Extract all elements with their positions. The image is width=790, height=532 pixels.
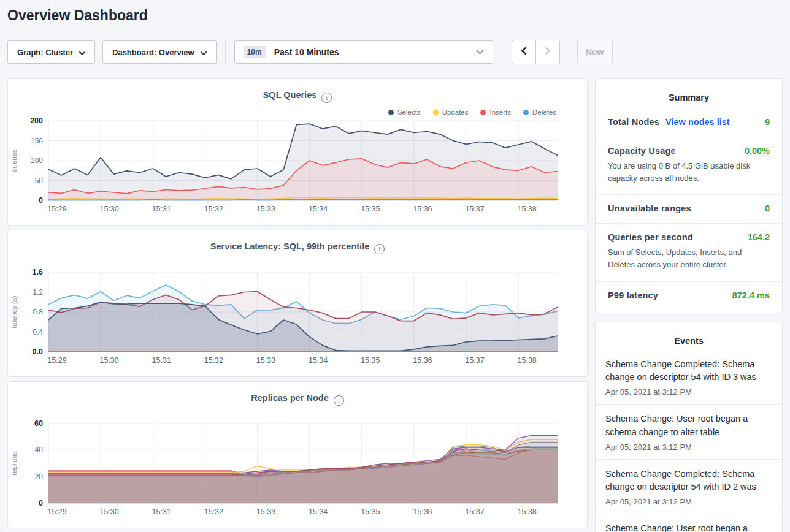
time-range-selector[interactable]: 10m Past 10 Minutes [234,40,493,64]
svg-text:15:35: 15:35 [361,356,380,365]
summary-row-p99-latency: P99 latency 872.4 ms [596,281,782,310]
chart-title: Replicas per Node [251,393,329,403]
chart-plot-sql-queries[interactable]: 05010015020015:2915:3015:3115:3215:3315:… [8,115,587,219]
time-range-label: Past 10 Minutes [274,47,339,57]
chevron-down-icon [201,48,207,57]
svg-text:15:30: 15:30 [99,205,118,213]
svg-text:0.8: 0.8 [33,308,43,316]
events-title: Events [596,322,782,351]
event-message: Schema Change: User root began a schema … [605,412,772,439]
svg-text:15:32: 15:32 [204,356,223,365]
prev-time-button[interactable] [512,40,536,64]
svg-text:15:34: 15:34 [309,507,328,516]
svg-text:15:33: 15:33 [256,356,275,365]
qps-value: 164.2 [748,232,770,242]
total-nodes-label: Total Nodes [608,117,659,127]
svg-text:15:31: 15:31 [152,507,171,516]
svg-text:1.6: 1.6 [33,268,43,276]
graph-dropdown-label: Graph: Cluster [17,48,73,57]
toolbar: Graph: Cluster Dashboard: Overview 10m P… [7,40,613,64]
chevron-left-icon [520,47,527,58]
svg-text:15:38: 15:38 [518,356,537,365]
svg-text:0.0: 0.0 [33,348,43,356]
svg-text:15:36: 15:36 [413,205,432,213]
info-icon[interactable]: i [374,244,385,254]
svg-text:15:34: 15:34 [309,356,328,365]
summary-row-total-nodes: Total Nodes View nodes list 9 [596,107,782,137]
event-message: Schema Change: User root began a schema … [605,522,772,532]
svg-text:latency (s): latency (s) [10,295,18,328]
chart-card-replicas-per-node: Replicas per Nodei 020406015:2915:3015:3… [7,381,588,528]
event-list-item[interactable]: Schema Change: User root began a schema … [596,514,782,532]
svg-text:15:31: 15:31 [152,205,171,213]
svg-text:15:35: 15:35 [361,205,380,213]
info-icon[interactable]: i [321,93,332,103]
chart-plot-service-latency[interactable]: 0.00.40.81.21.615:2915:3015:3115:3215:33… [8,266,587,370]
svg-text:15:32: 15:32 [204,507,223,516]
svg-text:15:33: 15:33 [256,205,275,213]
qps-description: Sum of Selects, Updates, Inserts, and De… [608,246,770,271]
summary-panel: Summary Total Nodes View nodes list 9 Ca… [595,78,783,313]
svg-text:200: 200 [30,116,43,125]
unavailable-ranges-label: Unavailable ranges [608,203,691,213]
next-time-button[interactable] [535,40,560,64]
chevron-right-icon [544,47,551,58]
graph-dropdown[interactable]: Graph: Cluster [7,40,95,64]
p99-latency-value: 872.4 ms [732,291,770,300]
svg-text:20: 20 [35,473,44,481]
charts-column: SQL Queriesi SelectsUpdatesInsertsDelete… [7,78,588,532]
svg-text:50: 50 [35,177,44,185]
chart-card-sql-queries: SQL Queriesi SelectsUpdatesInsertsDelete… [7,78,588,226]
total-nodes-value: 9 [765,117,770,127]
info-icon[interactable]: i [334,395,344,406]
svg-text:0: 0 [39,499,43,507]
svg-text:15:38: 15:38 [518,507,537,516]
chart-card-service-latency: Service Latency: SQL, 99th percentilei 0… [7,230,588,377]
svg-text:15:36: 15:36 [413,356,432,365]
dashboard-dropdown[interactable]: Dashboard: Overview [102,40,217,64]
event-timestamp: Apr 05, 2021 at 3:12 PM [605,443,772,452]
svg-text:15:29: 15:29 [47,205,66,213]
side-column: Summary Total Nodes View nodes list 9 Ca… [595,78,783,532]
event-list-item[interactable]: Schema Change Completed: Schema change o… [596,351,782,405]
svg-text:60: 60 [34,419,43,428]
view-nodes-list-link[interactable]: View nodes list [665,117,730,127]
svg-text:15:29: 15:29 [47,356,66,365]
svg-text:15:38: 15:38 [518,205,537,213]
svg-text:15:34: 15:34 [309,205,328,213]
chevron-down-icon [476,50,484,55]
svg-text:15:29: 15:29 [47,507,66,516]
svg-text:15:31: 15:31 [152,356,171,365]
capacity-usage-label: Capacity Usage [608,146,676,156]
now-button[interactable]: Now [577,40,613,64]
event-list-item[interactable]: Schema Change: User root began a schema … [596,404,782,459]
dashboard-dropdown-label: Dashboard: Overview [112,48,194,57]
event-message: Schema Change Completed: Schema change o… [605,358,772,385]
svg-text:0: 0 [39,196,43,205]
chevron-down-icon [79,48,85,57]
event-timestamp: Apr 05, 2021 at 3:12 PM [605,497,772,506]
summary-row-unavailable-ranges: Unavailable ranges 0 [596,194,782,223]
svg-text:15:36: 15:36 [413,507,432,516]
time-step-buttons [512,40,560,64]
svg-text:15:32: 15:32 [204,205,223,213]
svg-text:15:37: 15:37 [465,356,484,365]
time-range-badge: 10m [244,46,266,58]
capacity-usage-description: You are using 0 B of 4.5 GiB usable disk… [608,160,770,184]
toolbar-divider [225,40,226,64]
page-title: Overview Dashboard [7,7,148,24]
svg-text:queries: queries [10,149,18,172]
svg-text:15:37: 15:37 [465,507,484,516]
svg-text:replicas: replicas [10,451,18,476]
chart-plot-replicas-per-node[interactable]: 020406015:2915:3015:3115:3215:3315:3415:… [8,417,587,522]
event-list-item[interactable]: Schema Change Completed: Schema change o… [596,459,782,514]
summary-row-capacity: Capacity Usage 0.00% You are using 0 B o… [596,137,782,194]
unavailable-ranges-value: 0 [765,203,770,213]
qps-label: Queries per second [608,232,693,242]
svg-text:100: 100 [31,156,43,165]
p99-latency-label: P99 latency [608,291,658,300]
summary-title: Summary [596,79,782,107]
events-panel: Events Schema Change Completed: Schema c… [595,322,783,532]
svg-text:0.4: 0.4 [33,328,43,336]
summary-row-qps: Queries per second 164.2 Sum of Selects,… [596,223,782,281]
